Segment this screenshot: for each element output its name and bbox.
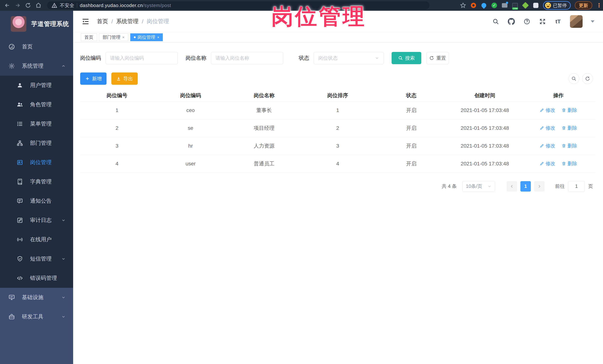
browser-home-button[interactable]: [34, 1, 43, 10]
edit-link-label: 修改: [546, 160, 555, 167]
app-root: 芋道管理系统 首页 系统管理 用户管理: [0, 11, 603, 364]
browser-update-button[interactable]: 更新: [575, 1, 592, 10]
extension-check-icon[interactable]: ✓: [491, 2, 497, 9]
breadcrumb-system[interactable]: 系统管理: [116, 18, 139, 25]
cell-code: ceo: [154, 101, 227, 119]
sidebar-item-audit-log[interactable]: 审计日志: [0, 211, 73, 230]
header-search-button[interactable]: [492, 18, 499, 25]
header-actions: tT: [492, 15, 594, 28]
sidebar-item-notices[interactable]: 通知公告: [0, 191, 73, 211]
browser-profile-chip[interactable]: 已暂停: [543, 1, 571, 10]
security-label: 不安全: [60, 2, 74, 9]
address-bar[interactable]: 不安全 dashboard.yudao.iocoder.cn/system/po…: [47, 1, 429, 10]
status-label: 状态: [299, 55, 309, 62]
sidebar-item-dicts[interactable]: 字典管理: [0, 172, 73, 191]
search-icon: [571, 76, 577, 81]
header-fontsize-button[interactable]: tT: [554, 18, 562, 25]
sidebar-item-home[interactable]: 首页: [0, 37, 73, 56]
breadcrumb-home[interactable]: 首页: [97, 18, 108, 25]
chevron-down-icon: [61, 314, 66, 319]
tab-close-icon[interactable]: ×: [122, 35, 125, 40]
sidebar-item-system[interactable]: 系统管理: [0, 56, 73, 76]
sidebar-item-devtools[interactable]: 研发工具: [0, 307, 73, 326]
chevron-down-icon: [61, 257, 66, 261]
sidebar-filler: [0, 326, 73, 364]
browser-reload-button[interactable]: [24, 1, 32, 10]
tab-posts[interactable]: 岗位管理 ×: [130, 33, 163, 41]
prev-page-button[interactable]: [507, 181, 517, 192]
col-post-id: 岗位编号: [80, 89, 154, 101]
sidebar-item-label: 研发工具: [22, 313, 43, 320]
header-github-button[interactable]: [508, 18, 515, 25]
breadcrumb-separator: /: [111, 18, 113, 25]
sidebar-item-infrastructure[interactable]: 基础设施: [0, 288, 73, 307]
extensions-puzzle-icon[interactable]: [533, 2, 539, 9]
delete-link-label: 删除: [568, 125, 577, 131]
tab-close-icon[interactable]: ×: [157, 35, 159, 40]
browser-back-button[interactable]: [3, 1, 12, 10]
tab-label: 部门管理: [103, 34, 120, 40]
edit-link[interactable]: 修改: [540, 160, 555, 167]
trash-icon: [562, 161, 566, 166]
delete-link[interactable]: 删除: [562, 125, 577, 131]
edit-pencil-icon: [540, 143, 544, 148]
extension-green-icon[interactable]: [522, 2, 529, 9]
dashboard-icon: [8, 43, 15, 50]
reset-button[interactable]: 重置: [427, 52, 449, 64]
extension-camera-icon[interactable]: [501, 2, 508, 9]
extension-orange-icon[interactable]: [470, 2, 477, 9]
edit-link[interactable]: 修改: [540, 143, 555, 149]
sidebar-item-roles[interactable]: 角色管理: [0, 95, 73, 114]
col-post-name: 岗位名称: [227, 89, 301, 101]
tab-home[interactable]: 首页: [81, 33, 97, 41]
status-select-placeholder: 岗位状态: [318, 55, 338, 61]
extension-pin-icon[interactable]: [481, 2, 487, 9]
sidebar-item-label: 短信管理: [30, 255, 52, 263]
page-number-1[interactable]: 1: [521, 181, 531, 192]
delete-link[interactable]: 删除: [562, 160, 577, 167]
sidebar-item-sms[interactable]: 短信管理: [0, 249, 73, 268]
col-created: 创建时间: [448, 89, 522, 101]
sidebar-item-posts[interactable]: 岗位管理: [0, 153, 73, 172]
reload-icon: [25, 2, 31, 8]
status-select[interactable]: 岗位状态: [314, 52, 384, 64]
browser-forward-button[interactable]: [13, 1, 22, 10]
hamburger-fold-icon: [82, 18, 90, 25]
delete-link[interactable]: 删除: [562, 107, 577, 113]
delete-link[interactable]: 删除: [562, 143, 577, 149]
extension-vm-icon[interactable]: [512, 2, 518, 9]
search-button[interactable]: 搜索: [392, 52, 421, 64]
sidebar-item-departments[interactable]: 部门管理: [0, 133, 73, 153]
sidebar-item-menus[interactable]: 菜单管理: [0, 114, 73, 133]
sidebar-logo-row[interactable]: 芋道管理系统: [0, 11, 73, 37]
browser-menu-kebab-icon[interactable]: ⋮: [596, 4, 600, 7]
delete-link-label: 删除: [568, 160, 577, 167]
notice-icon: [16, 198, 23, 204]
user-menu-caret-icon[interactable]: [591, 20, 594, 24]
next-page-button[interactable]: [534, 181, 545, 192]
goto-page-input[interactable]: [568, 181, 585, 192]
sidebar-item-label: 在线用户: [30, 236, 52, 243]
sidebar-item-users[interactable]: 用户管理: [0, 76, 73, 95]
breadcrumb: 首页 / 系统管理 / 岗位管理: [97, 18, 169, 25]
page-size-select[interactable]: 10条/页: [462, 181, 495, 192]
header-help-button[interactable]: [523, 18, 531, 25]
edit-link-label: 修改: [546, 107, 555, 113]
bookmark-star-icon[interactable]: [460, 2, 466, 9]
sidebar-item-error-codes[interactable]: 错误码管理: [0, 268, 73, 288]
post-name-input[interactable]: [211, 52, 283, 64]
toggle-search-button[interactable]: [568, 73, 579, 84]
refresh-table-button[interactable]: [582, 73, 593, 84]
header-fullscreen-button[interactable]: [539, 18, 546, 25]
edit-link[interactable]: 修改: [540, 107, 555, 113]
trash-icon: [562, 108, 566, 112]
sidebar-fold-button[interactable]: [82, 18, 90, 25]
post-code-input[interactable]: [105, 52, 178, 64]
add-button[interactable]: 新增: [80, 73, 106, 85]
user-avatar[interactable]: [570, 15, 583, 28]
sidebar-item-online-users[interactable]: 在线用户: [0, 230, 73, 249]
export-button[interactable]: 导出: [111, 73, 138, 85]
edit-link[interactable]: 修改: [540, 125, 555, 131]
url-host: dashboard.yudao.iocoder.cn: [80, 3, 143, 8]
tab-departments[interactable]: 部门管理 ×: [99, 33, 128, 41]
